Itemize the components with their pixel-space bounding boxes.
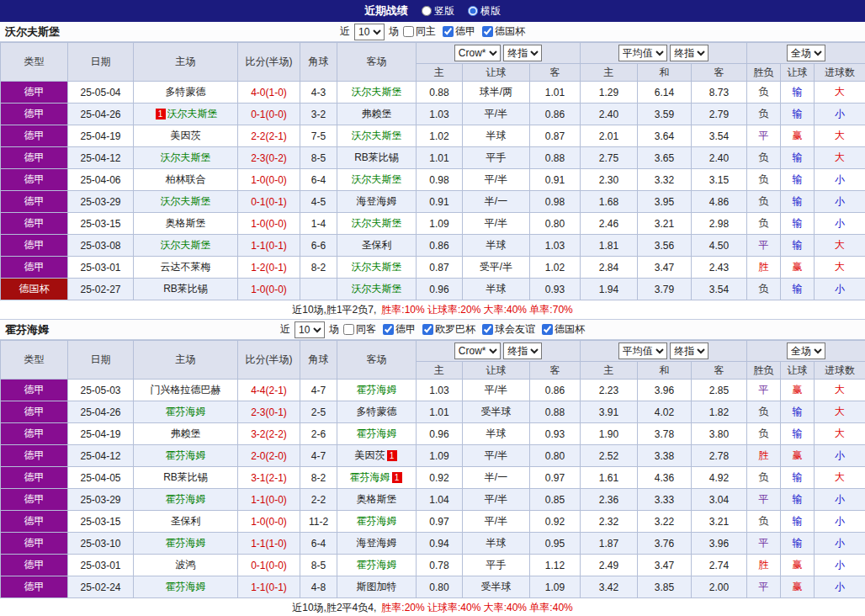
asia-stage-select[interactable]: 终指 <box>503 45 542 61</box>
result-goals-cell: 小 <box>815 191 865 213</box>
corner-cell: 4-8 <box>300 576 337 598</box>
asia-away-odds-cell: 0.87 <box>530 125 581 147</box>
result-goals-cell: 小 <box>815 279 865 300</box>
filter-checkbox[interactable]: 德甲 <box>383 322 416 337</box>
result-outcome-cell: 负 <box>747 104 781 125</box>
filter-checkbox[interactable]: 球会友谊 <box>482 322 535 337</box>
date-cell: 25-03-01 <box>68 257 134 279</box>
team-name: 霍芬海姆 <box>166 581 206 592</box>
col-home: 主场 <box>134 43 238 82</box>
near-label: 近 <box>340 24 350 39</box>
filter-checkbox-input[interactable] <box>482 324 493 335</box>
col-date: 日期 <box>68 341 134 380</box>
layout-radio-horizontal[interactable] <box>468 6 478 16</box>
section-hoffenheim: 霍芬海姆 近 10 场 同客德甲欧罗巴杯球会友谊德国杯 类型 日期 主场 比分(… <box>0 320 865 616</box>
average-select[interactable]: 平均值 <box>618 45 667 61</box>
away-team-cell: 海登海姆 <box>337 191 417 213</box>
team-name: 斯图加特 <box>357 581 397 592</box>
filter-checkbox-input[interactable] <box>443 26 454 37</box>
sub-asia-away: 客 <box>530 362 581 380</box>
euro-draw-odds-cell: 3.64 <box>638 125 692 147</box>
team-name: 霍芬海姆 <box>357 427 397 439</box>
euro-stage-select[interactable]: 终指 <box>670 45 708 61</box>
filter-checkbox[interactable]: 欧罗巴杯 <box>422 322 475 337</box>
euro-home-odds-cell: 1.81 <box>581 235 638 257</box>
match-row: 德甲25-04-12沃尔夫斯堡2-3(0-2)8-5RB莱比锡1.01平手0.8… <box>1 147 865 169</box>
recent-count-select[interactable]: 10 <box>295 321 325 338</box>
filter-checkbox[interactable]: 德国杯 <box>482 24 525 39</box>
asia-away-odds-cell: 0.88 <box>530 147 581 169</box>
filter-checkbox[interactable]: 同客 <box>343 322 376 337</box>
filter-checkbox-group: 同主德甲德国杯 <box>403 24 525 39</box>
result-goals-cell: 大 <box>815 257 865 279</box>
bookmaker-select[interactable]: Crow* <box>454 45 501 61</box>
result-handicap-cell: 输 <box>781 401 815 423</box>
summary-rates: 胜率:10% 让球率:20% 大率:40% 单率:70% <box>381 303 572 317</box>
asia-handicap-cell: 半球 <box>463 125 530 147</box>
asia-handicap-cell: 平/半 <box>463 511 530 533</box>
team-name: 霍芬海姆 <box>166 537 206 549</box>
corner-cell: 2-2 <box>300 489 337 511</box>
scope-select[interactable]: 全场 <box>787 343 825 359</box>
asia-stage-select[interactable]: 终指 <box>503 343 542 359</box>
games-label: 场 <box>329 322 339 337</box>
asia-away-odds-cell: 0.95 <box>530 533 581 555</box>
date-cell: 25-03-15 <box>68 511 134 533</box>
average-select[interactable]: 平均值 <box>618 343 667 359</box>
match-row: 德甲25-04-19美因茨2-2(2-1)7-5沃尔夫斯堡1.02半球0.872… <box>1 125 865 147</box>
asia-away-odds-cell: 1.01 <box>530 82 581 104</box>
layout-option-horizontal[interactable]: 横版 <box>468 4 501 19</box>
euro-away-odds-cell: 3.54 <box>692 125 747 147</box>
away-team-cell: 霍芬海姆 <box>337 511 417 533</box>
filter-checkbox-input[interactable] <box>422 324 433 335</box>
result-outcome-cell: 平 <box>747 235 781 257</box>
layout-radio-vertical[interactable] <box>422 6 432 16</box>
score-cell: 3-2(2-2) <box>238 423 300 445</box>
score-cell: 2-3(0-1) <box>238 401 300 423</box>
away-team-cell: RB莱比锡 <box>337 147 417 169</box>
scope-select[interactable]: 全场 <box>787 45 825 61</box>
filter-checkbox[interactable]: 德国杯 <box>542 322 585 337</box>
recent-count-select[interactable]: 10 <box>354 24 385 40</box>
bookmaker-select[interactable]: Crow* <box>454 343 501 359</box>
euro-home-odds-cell: 2.49 <box>581 555 638 576</box>
result-outcome-cell: 负 <box>747 191 781 213</box>
filter-checkbox-input[interactable] <box>482 26 493 37</box>
league-cell: 德甲 <box>1 511 68 533</box>
asia-handicap-cell: 平手 <box>463 147 530 169</box>
euro-home-odds-cell: 1.61 <box>581 467 638 489</box>
filter-checkbox-input[interactable] <box>383 324 394 335</box>
euro-home-odds-cell: 1.68 <box>581 191 638 213</box>
euro-draw-odds-cell: 3.22 <box>638 511 692 533</box>
filter-checkbox-input[interactable] <box>403 26 414 37</box>
result-goals-cell: 小 <box>815 213 865 235</box>
asia-home-odds-cell: 0.86 <box>417 235 463 257</box>
corner-cell: 4-3 <box>300 82 337 104</box>
date-cell: 25-03-01 <box>68 555 134 576</box>
euro-stage-select[interactable]: 终指 <box>670 343 708 359</box>
date-cell: 25-03-15 <box>68 213 134 235</box>
result-handicap-cell: 赢 <box>781 445 815 467</box>
section-header: 霍芬海姆 近 10 场 同客德甲欧罗巴杯球会友谊德国杯 <box>0 320 865 340</box>
asia-handicap-cell: 受平/半 <box>463 257 530 279</box>
league-cell: 德甲 <box>1 555 68 576</box>
date-cell: 25-03-29 <box>68 191 134 213</box>
filter-checkbox-input[interactable] <box>343 324 354 335</box>
filter-checkbox[interactable]: 德甲 <box>443 24 475 39</box>
filter-checkbox[interactable]: 同主 <box>403 24 436 39</box>
filter-checkbox-input[interactable] <box>542 324 553 335</box>
corner-cell: 6-4 <box>300 533 337 555</box>
league-cell: 德甲 <box>1 401 68 423</box>
asia-handicap-cell: 球半/两 <box>463 82 530 104</box>
team-name: 圣保利 <box>171 515 201 527</box>
date-cell: 25-04-19 <box>68 423 134 445</box>
topbar: 近期战绩 竖版 横版 <box>0 0 865 22</box>
euro-draw-odds-cell: 3.32 <box>638 169 692 191</box>
euro-home-odds-cell: 2.30 <box>581 169 638 191</box>
asia-home-odds-cell: 1.03 <box>417 380 463 401</box>
team-name: 沃尔夫斯堡 <box>352 261 402 273</box>
home-team-cell: 霍芬海姆 <box>134 489 238 511</box>
asia-handicap-cell: 受半球 <box>463 576 530 598</box>
layout-option-vertical[interactable]: 竖版 <box>422 4 454 19</box>
sub-handicap-result: 让球 <box>781 64 815 82</box>
